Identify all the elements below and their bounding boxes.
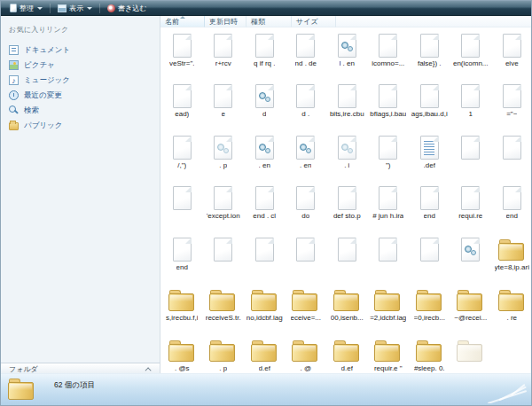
views-button[interactable]: 表示 [52, 1, 98, 15]
file-item[interactable]: bits,ire.cbu [326, 79, 368, 129]
document-icon [420, 238, 439, 262]
file-label: d . [301, 110, 309, 118]
file-item[interactable]: . p [203, 333, 245, 373]
file-item[interactable] [409, 232, 450, 283]
file-item[interactable]: ~@recei... [450, 283, 492, 333]
file-item[interactable]: /,") [161, 130, 203, 181]
file-label: /,") [177, 161, 186, 169]
document-icon [255, 34, 274, 58]
file-item[interactable]: eive [491, 28, 531, 79]
file-item[interactable]: requi.re [450, 181, 492, 231]
music-icon: ♪ [9, 75, 19, 85]
file-item[interactable]: ead) [161, 79, 203, 129]
file-item[interactable]: . i [326, 130, 368, 181]
file-label: . p [219, 161, 227, 169]
document-icon [461, 136, 480, 160]
file-item[interactable]: =2,idcbf.lag [368, 283, 410, 333]
file-item[interactable]: . en [286, 130, 327, 181]
file-item[interactable]: 1 [450, 79, 492, 129]
file-item[interactable]: #sleep. 0. [409, 333, 450, 373]
file-item[interactable]: end . cl [244, 181, 286, 231]
file-item[interactable]: veStr=". [161, 28, 203, 79]
organize-button[interactable]: 整理 [4, 1, 48, 15]
file-item[interactable]: d.ef [244, 333, 286, 373]
file-item[interactable]: def sto.p [326, 181, 368, 231]
file-item[interactable] [491, 130, 531, 181]
file-label: #sleep. 0. [414, 364, 445, 372]
file-item[interactable]: en(icomn... [450, 28, 492, 79]
file-item[interactable]: yte=8,ip.ari [491, 232, 531, 283]
file-label: # jun h.ira [372, 212, 403, 220]
file-item[interactable]: d . [286, 79, 327, 129]
text-file-icon [420, 136, 439, 160]
file-item[interactable]: . en [244, 130, 286, 181]
views-icon [58, 4, 66, 12]
file-item[interactable]: ="~ [491, 79, 531, 129]
file-item[interactable]: 00,isenb... [326, 283, 368, 333]
file-item[interactable]: ") [368, 130, 410, 181]
toolbar-separator [99, 4, 100, 13]
file-item[interactable]: requir.e " [368, 333, 410, 373]
folder-icon [457, 290, 484, 312]
sidebar-item-recent[interactable]: 最近の変更 [1, 88, 160, 103]
file-label: =0,irecb... [414, 314, 445, 322]
file-item[interactable]: ags,ibau.d,i [409, 79, 450, 129]
file-item[interactable]: . p [203, 130, 245, 181]
file-item[interactable]: . re [491, 283, 531, 333]
burn-button[interactable]: 書き込む [102, 1, 152, 15]
file-item[interactable] [450, 130, 492, 181]
file-item[interactable] [450, 333, 492, 373]
file-label: q if rq . [254, 59, 275, 67]
file-item[interactable]: d.ef [326, 333, 368, 373]
file-item[interactable]: bflags,i.bau [368, 79, 410, 129]
file-item[interactable]: no,idcbf.lag [244, 283, 286, 333]
file-label: =2,idcbf.lag [370, 314, 406, 322]
file-label: ags,ibau.d,i [411, 110, 448, 118]
file-item[interactable]: false}) . [409, 28, 450, 79]
document-icon [461, 34, 480, 58]
file-item[interactable]: end [409, 181, 450, 231]
file-item[interactable]: do [286, 181, 327, 231]
column-header[interactable]: 種類 [246, 16, 292, 27]
file-item[interactable]: 'except.ion [203, 181, 245, 231]
file-item[interactable]: r+rcv [203, 28, 245, 79]
file-item[interactable]: end [491, 181, 531, 231]
file-item[interactable]: receiveS.tr. [203, 283, 245, 333]
file-item[interactable] [326, 232, 368, 283]
file-label: en(icomn... [453, 59, 489, 67]
file-item[interactable]: =0,irecb... [409, 283, 450, 333]
file-item[interactable]: d [244, 79, 286, 129]
file-item[interactable]: e [203, 79, 245, 129]
folder-icon [209, 290, 237, 312]
file-item[interactable]: l . en [326, 28, 368, 79]
file-item[interactable]: . @s [161, 333, 203, 373]
sidebar-item-search[interactable]: 検索 [1, 103, 160, 118]
file-item[interactable] [450, 232, 492, 283]
file-item[interactable]: eceive=... [286, 283, 327, 333]
file-label: icomno=... [372, 59, 404, 67]
file-item[interactable]: .def [409, 130, 450, 181]
file-item[interactable] [368, 232, 410, 283]
column-header[interactable]: サイズ [292, 16, 336, 27]
file-item[interactable] [286, 232, 327, 283]
sidebar-item-public[interactable]: パブリック [1, 118, 160, 133]
file-item[interactable]: . @ [286, 333, 327, 373]
column-header[interactable]: 名前 [160, 16, 205, 27]
file-item[interactable]: end [161, 232, 203, 283]
column-header[interactable]: 更新日時 [205, 16, 246, 27]
file-item[interactable]: icomno=... [368, 28, 410, 79]
file-item[interactable] [203, 232, 245, 283]
file-item[interactable] [244, 232, 286, 283]
file-item[interactable]: s,irecbu.f,i [161, 283, 203, 333]
pictures-icon [9, 60, 19, 70]
resize-grip[interactable] [480, 380, 529, 403]
file-item[interactable]: q if rq . [244, 28, 286, 79]
sidebar-item-label: ミュージック [24, 75, 70, 86]
file-item[interactable]: nd . de [286, 28, 327, 79]
sidebar-item-pictures[interactable]: ピクチャ [1, 58, 160, 73]
file-item[interactable] [161, 181, 203, 231]
file-item[interactable]: # jun h.ira [368, 181, 410, 231]
sidebar-item-documents[interactable]: ドキュメント [1, 43, 160, 58]
file-label: 1 [469, 110, 473, 118]
sidebar-item-music[interactable]: ♪ミュージック [1, 73, 160, 88]
